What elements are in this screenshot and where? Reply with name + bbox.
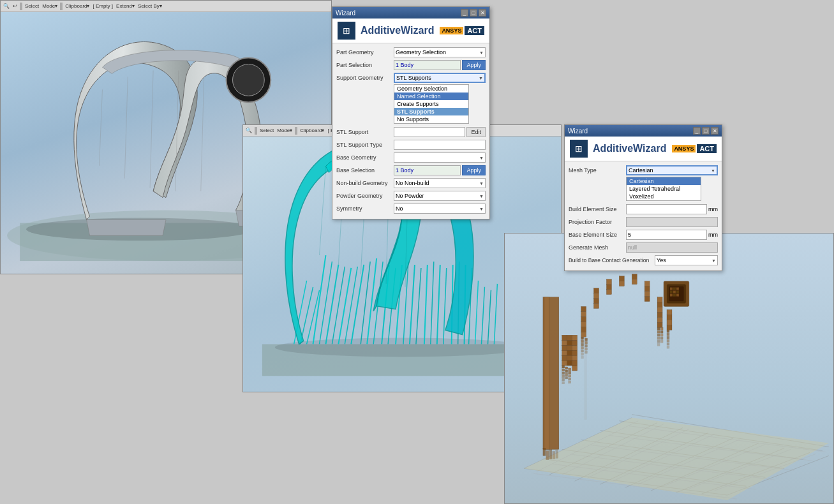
svg-rect-165 [660, 337, 663, 339]
svg-rect-83 [562, 355, 567, 360]
field-part-selection[interactable]: 1 Body [394, 60, 461, 70]
select-powder-geometry[interactable]: No Powder ▼ [394, 191, 486, 201]
form-row-build-element-size: Build Element Size mm [569, 204, 718, 215]
viewport-bottomright[interactable] [504, 233, 834, 504]
svg-rect-180 [546, 450, 549, 459]
select-base-geometry[interactable]: ▼ [394, 152, 486, 163]
toolbar-empty[interactable]: [ Empty ] [92, 3, 115, 9]
dd-layered-tet[interactable]: Layered Tetrahedral [627, 185, 701, 193]
svg-rect-116 [581, 332, 586, 337]
label-stl-support-type: STL Support Type [336, 142, 394, 148]
svg-rect-98 [572, 345, 577, 350]
dd-voxelized[interactable]: Voxelized [627, 193, 701, 200]
wizard-panel-1: Wizard _ □ ✕ ⊞ AdditiveWizard ANSYS ACT … [332, 6, 490, 219]
toolbar-icon[interactable]: 🔍 [2, 3, 11, 9]
svg-rect-137 [594, 293, 599, 299]
svg-rect-135 [594, 303, 599, 308]
dd-no-supports[interactable]: No Supports [394, 115, 468, 123]
toolbar-select[interactable]: Select [24, 3, 40, 9]
close-btn-1[interactable]: ✕ [479, 9, 486, 17]
svg-rect-154 [657, 317, 662, 322]
svg-rect-96 [572, 355, 577, 360]
select-support-geometry[interactable]: STL Supports ▼ [394, 73, 486, 83]
toolbar-extend[interactable]: Extend▾ [115, 3, 136, 9]
field-base-element-size[interactable]: 5 [626, 230, 707, 240]
svg-rect-191 [673, 291, 676, 293]
wizard-icon-1: ⊞ [338, 22, 355, 40]
label-powder-geometry: Powder Geometry [336, 193, 394, 199]
field-build-element-size[interactable] [626, 204, 707, 214]
svg-rect-192 [676, 291, 679, 293]
form-row-part-selection: Part Selection 1 Body Apply [336, 59, 486, 71]
svg-rect-132 [585, 345, 588, 347]
svg-line-45 [320, 167, 326, 255]
svg-line-16 [338, 268, 351, 345]
select-mesh-type[interactable]: Cartesian ▼ [626, 165, 718, 175]
svg-line-6 [124, 77, 128, 178]
minimize-btn-2[interactable]: _ [693, 127, 701, 135]
apply-btn-part-selection[interactable]: Apply [462, 60, 486, 70]
svg-rect-150 [657, 297, 662, 302]
dd-stl-supports[interactable]: STL Supports [394, 108, 468, 115]
svg-rect-117 [581, 327, 586, 332]
svg-rect-146 [644, 281, 650, 286]
toolbar-clipboard[interactable]: Clipboard▾ [64, 3, 91, 9]
svg-rect-112 [569, 371, 571, 374]
select-part-geometry[interactable]: Geometry Selection ▼ [394, 47, 486, 57]
svg-rect-163 [660, 330, 663, 333]
svg-rect-87 [562, 335, 567, 340]
svg-rect-86 [562, 340, 567, 345]
close-btn-2[interactable]: ✕ [711, 127, 719, 135]
svg-rect-99 [572, 340, 577, 345]
select-nonbuild-geometry[interactable]: No Non-build ▼ [394, 178, 486, 188]
apply-btn-base-selection[interactable]: Apply [462, 165, 486, 175]
svg-rect-168 [667, 315, 672, 320]
dd-cartesian[interactable]: Cartesian [627, 177, 701, 185]
svg-point-4 [233, 64, 265, 96]
minimize-btn-1[interactable]: _ [461, 9, 468, 17]
svg-rect-100 [572, 335, 577, 340]
toolbar-mode2[interactable]: Mode▾ [276, 128, 294, 133]
svg-rect-187 [670, 288, 673, 290]
dd-named-selection[interactable]: Named Selection [394, 93, 468, 100]
maximize-btn-2[interactable]: □ [702, 127, 710, 135]
dd-geometry-selection[interactable]: Geometry Selection [394, 85, 468, 93]
svg-rect-166 [660, 340, 663, 343]
svg-rect-106 [562, 382, 565, 384]
field-stl-support-type[interactable] [394, 140, 486, 150]
toolbar-select2[interactable]: Select [258, 128, 275, 133]
maximize-btn-1[interactable]: □ [470, 9, 477, 17]
field-projection-factor[interactable] [626, 217, 718, 227]
select-symmetry[interactable]: No ▼ [394, 204, 486, 214]
svg-rect-140 [606, 285, 611, 290]
svg-rect-139 [606, 290, 611, 295]
field-stl-support[interactable] [394, 127, 465, 137]
label-base-selection: Base Selection [336, 167, 394, 174]
svg-rect-164 [660, 334, 663, 336]
toolbar-selectby[interactable]: Select By▾ [137, 3, 163, 9]
toolbar-icon-zoom[interactable]: 🔍 [244, 128, 253, 133]
wizard-body-1: Part Geometry Geometry Selection ▼ Part … [332, 43, 489, 219]
select-contact-generation[interactable]: Yes ▼ [655, 255, 718, 265]
toolbar-icon[interactable]: ↩ [11, 3, 19, 9]
label-part-selection: Part Selection [336, 62, 394, 68]
dd-create-supports[interactable]: Create Supports [394, 100, 468, 108]
label-mesh-type: Mesh Type [569, 167, 626, 174]
svg-rect-188 [673, 288, 676, 290]
svg-rect-149 [644, 297, 650, 302]
edit-btn-stl-support[interactable]: Edit [466, 127, 486, 137]
svg-rect-151 [657, 302, 662, 307]
field-base-selection[interactable]: 1 Body [394, 165, 461, 175]
svg-rect-92 [567, 340, 572, 345]
toolbar-mode[interactable]: Mode▾ [41, 3, 59, 9]
field-generate-mesh[interactable]: null [626, 242, 718, 253]
svg-line-5 [99, 89, 102, 165]
svg-rect-125 [581, 346, 584, 349]
form-row-base-geometry: Base Geometry ▼ [336, 152, 486, 163]
svg-rect-88 [567, 360, 572, 366]
wizard-icon-2: ⊞ [570, 140, 588, 158]
svg-rect-190 [670, 291, 673, 293]
svg-rect-162 [660, 327, 663, 330]
svg-line-7 [150, 70, 153, 188]
toolbar-clipboard2[interactable]: Clipboard▾ [299, 128, 325, 133]
